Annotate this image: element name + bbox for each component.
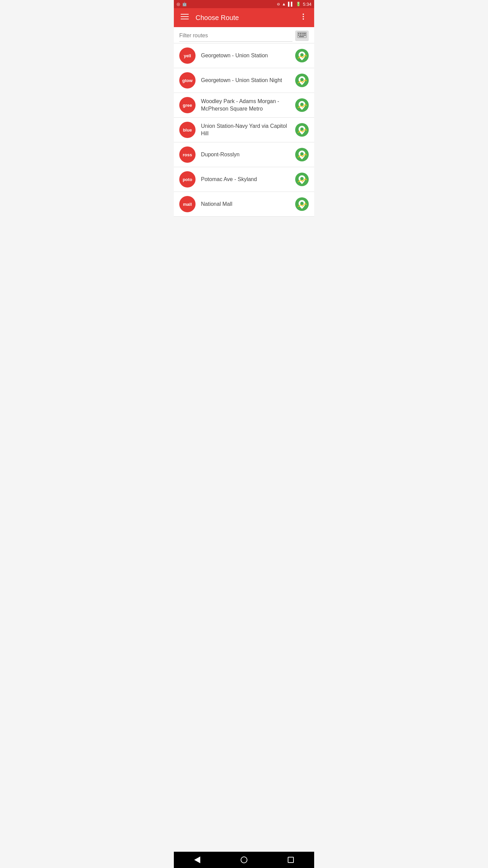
route-name: Potomac Ave - Skyland xyxy=(201,176,292,183)
route-badge: poto xyxy=(179,171,196,188)
empty-content-area xyxy=(174,217,314,318)
svg-rect-14 xyxy=(302,35,303,36)
route-list: yell Georgetown - Union Station gtow Geo… xyxy=(174,43,314,217)
route-item[interactable]: gtow Georgetown - Union Station Night xyxy=(174,68,314,93)
route-badge: yell xyxy=(179,47,196,64)
svg-rect-1 xyxy=(181,16,189,17)
svg-rect-8 xyxy=(300,33,301,34)
battery-icon: 🔋 xyxy=(296,2,301,6)
route-item[interactable]: yell Georgetown - Union Station xyxy=(174,43,314,68)
signal-minus-icon: ⊖ xyxy=(277,2,280,6)
signal-bars-icon: ▌▌ xyxy=(288,2,294,6)
svg-rect-15 xyxy=(303,35,304,36)
location-status-icon: ◎ xyxy=(177,2,180,6)
map-link-button[interactable] xyxy=(295,123,309,137)
more-options-button[interactable] xyxy=(298,13,309,23)
route-badge: gtow xyxy=(179,72,196,88)
svg-rect-16 xyxy=(305,35,306,36)
keyboard-toggle-button[interactable] xyxy=(295,31,309,41)
menu-button[interactable] xyxy=(179,13,190,23)
svg-rect-11 xyxy=(305,33,306,34)
app-bar: Choose Route xyxy=(174,8,314,27)
svg-point-3 xyxy=(303,14,304,15)
map-link-button[interactable] xyxy=(295,148,309,161)
time-display: 5:34 xyxy=(303,2,311,7)
route-name: National Mall xyxy=(201,200,292,208)
route-item[interactable]: mall National Mall xyxy=(174,192,314,217)
filter-bar xyxy=(174,27,314,43)
route-name: Georgetown - Union Station xyxy=(201,52,292,59)
svg-point-4 xyxy=(303,16,304,17)
route-name: Georgetown - Union Station Night xyxy=(201,77,292,84)
status-bar: ◎ 🤖 ⊖ ▲ ▌▌ 🔋 5:34 xyxy=(174,0,314,8)
route-badge: mall xyxy=(179,196,196,212)
map-link-button[interactable] xyxy=(295,49,309,62)
svg-rect-10 xyxy=(303,33,304,34)
wifi-icon: ▲ xyxy=(282,2,286,6)
status-bar-right-icons: ⊖ ▲ ▌▌ 🔋 5:34 xyxy=(277,2,311,7)
status-bar-left-icons: ◎ 🤖 xyxy=(177,2,187,6)
route-name: Union Station-Navy Yard via Capitol Hill xyxy=(201,122,292,138)
svg-rect-17 xyxy=(299,36,304,37)
filter-input[interactable] xyxy=(179,30,292,42)
route-badge: ross xyxy=(179,146,196,163)
svg-rect-0 xyxy=(181,14,189,15)
svg-point-5 xyxy=(303,18,304,20)
map-link-button[interactable] xyxy=(295,173,309,186)
route-item[interactable]: gree Woodley Park - Adams Morgan - McPhe… xyxy=(174,93,314,118)
map-link-button[interactable] xyxy=(295,197,309,211)
svg-rect-9 xyxy=(302,33,303,34)
svg-rect-2 xyxy=(181,19,189,19)
page-title: Choose Route xyxy=(196,14,298,22)
map-link-button[interactable] xyxy=(295,74,309,87)
map-link-button[interactable] xyxy=(295,98,309,112)
svg-rect-13 xyxy=(300,35,301,36)
route-badge: blue xyxy=(179,122,196,138)
route-item[interactable]: poto Potomac Ave - Skyland xyxy=(174,167,314,192)
route-item[interactable]: ross Dupont-Rosslyn xyxy=(174,142,314,167)
svg-rect-12 xyxy=(298,35,299,36)
route-item[interactable]: blue Union Station-Navy Yard via Capitol… xyxy=(174,118,314,142)
svg-rect-7 xyxy=(298,33,299,34)
route-name: Woodley Park - Adams Morgan - McPherson … xyxy=(201,98,292,113)
route-name: Dupont-Rosslyn xyxy=(201,151,292,158)
route-badge: gree xyxy=(179,97,196,113)
android-status-icon: 🤖 xyxy=(182,2,187,6)
